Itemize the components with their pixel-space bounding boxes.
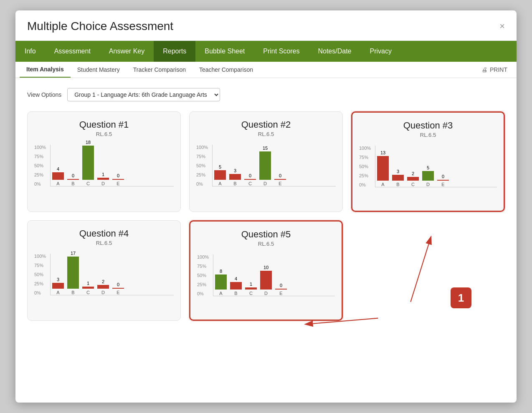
annotation-badge: 1 (451, 287, 471, 308)
subtab-student-mastery[interactable]: Student Mastery (71, 62, 127, 77)
q4-title: Question #4 (34, 228, 174, 239)
question-card-3: Question #3 RL.6.5 100%75%50%25%0% 13 A (351, 111, 505, 212)
tab-info[interactable]: Info (15, 41, 45, 62)
subtab-teacher-comparison[interactable]: Teacher Comparison (193, 62, 260, 77)
print-button[interactable]: 🖨 PRINT (476, 63, 512, 76)
q3-title: Question #3 (359, 120, 497, 131)
main-window: Multiple Choice Assessment × Info Assess… (15, 10, 517, 403)
q3-chart: 100%75%50%25%0% 13 A 3 B (359, 142, 497, 205)
q5-title: Question #5 (197, 229, 335, 240)
sub-tabs: Item Analysis Student Mastery Tracker Co… (15, 62, 517, 78)
subtab-item-analysis[interactable]: Item Analysis (20, 62, 71, 78)
q1-subtitle: RL.6.5 (34, 131, 174, 137)
q1-title: Question #1 (34, 119, 174, 130)
q4-subtitle: RL.6.5 (34, 240, 174, 246)
question-card-4: Question #4 RL.6.5 100%75%50%25%0% 3 A (27, 220, 181, 321)
print-icon: 🖨 (481, 66, 487, 73)
q2-chart: 100%75%50%25%0% 5 A 3 B (196, 141, 336, 204)
tab-assessment[interactable]: Assessment (45, 41, 100, 62)
question-card-2: Question #2 RL.6.5 100%75%50%25%0% 5 A (189, 111, 343, 212)
question-card-5: Question #5 RL.6.5 100%75%50%25%0% 8 A (189, 220, 343, 321)
q1-chart: 100%75%50%25%0% 4 A 0 B (34, 141, 174, 204)
q5-subtitle: RL.6.5 (197, 241, 335, 247)
subtab-tracker-comparison[interactable]: Tracker Comparison (127, 62, 193, 77)
window-title: Multiple Choice Assessment (27, 20, 173, 33)
tab-answer-key[interactable]: Answer Key (100, 41, 154, 62)
question-card-1: Question #1 RL.6.5 100%75%50%25%0% 4 A (27, 111, 181, 212)
q2-subtitle: RL.6.5 (196, 131, 336, 137)
title-bar: Multiple Choice Assessment × (15, 10, 517, 41)
tab-privacy[interactable]: Privacy (361, 41, 401, 62)
view-options: View Options Group 1 - Language Arts: 6t… (27, 88, 505, 101)
q5-chart: 100%75%50%25%0% 8 A 4 B (197, 251, 335, 314)
group-select[interactable]: Group 1 - Language Arts: 6th Grade Langu… (67, 88, 220, 101)
close-button[interactable]: × (499, 21, 505, 32)
q3-subtitle: RL.6.5 (359, 132, 497, 138)
nav-tabs: Info Assessment Answer Key Reports Bubbl… (15, 41, 517, 62)
q2-title: Question #2 (196, 119, 336, 130)
tab-bubble-sheet[interactable]: Bubble Sheet (195, 41, 254, 62)
view-options-label: View Options (27, 91, 61, 98)
tab-reports[interactable]: Reports (154, 41, 195, 62)
q4-chart: 100%75%50%25%0% 3 A 17 B (34, 250, 174, 313)
tab-notes-date[interactable]: Notes/Date (309, 41, 360, 62)
tab-print-scores[interactable]: Print Scores (254, 41, 309, 62)
annotation-area: 1 (351, 220, 505, 321)
content-area: View Options Group 1 - Language Arts: 6t… (15, 78, 517, 331)
